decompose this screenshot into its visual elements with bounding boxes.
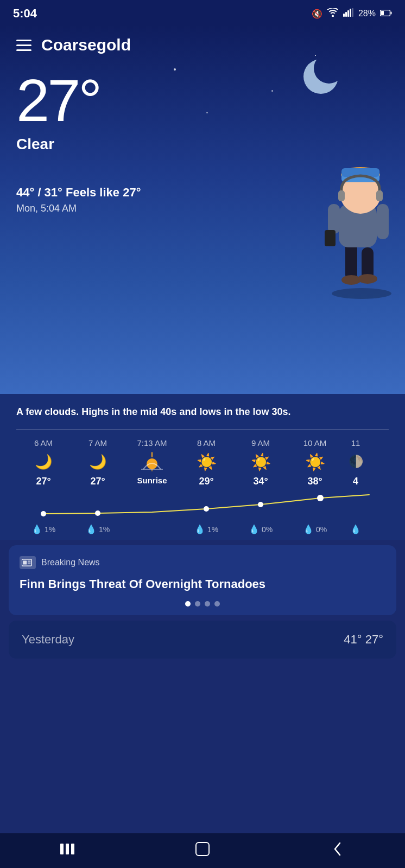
precip-7am: 💧 1% [71,524,125,534]
hour-icon-sunrise [141,452,163,471]
precip-sunrise [125,524,179,534]
hour-icon-7am: 🌙 [89,452,106,471]
hour-label-10am: 10 AM [303,438,327,448]
hour-temp-10am: 38° [307,476,322,487]
back-button[interactable] [324,841,351,857]
weather-description: A few clouds. Highs in the mid 40s and l… [16,405,389,430]
hour-icon-6am: 🌙 [35,452,52,471]
svg-rect-3 [350,9,351,17]
hour-item-6am: 6 AM 🌙 27° [16,438,71,487]
breaking-news-card[interactable]: Breaking News Finn Brings Threat Of Over… [9,545,396,615]
svg-rect-0 [343,14,345,17]
yesterday-label: Yesterday [22,633,74,647]
hour-temp-7am: 27° [90,476,105,487]
svg-point-33 [258,502,263,507]
yesterday-section: Yesterday 41° 27° [9,621,396,659]
svg-rect-42 [196,843,209,856]
hour-label-7am: 7 AM [88,438,107,448]
star-2 [271,90,273,92]
precip-8am: 💧 1% [179,524,233,534]
news-header: Breaking News [20,556,385,569]
svg-point-34 [317,495,324,501]
hour-temp-8am: 29° [199,476,213,487]
star-1 [174,68,176,71]
hour-label-sunrise: 7:13 AM [137,438,167,448]
hour-item-11: 11 🌓 4 [342,438,369,487]
status-time: 5:04 [13,7,37,21]
svg-point-10 [303,59,338,94]
home-button[interactable] [189,841,216,857]
svg-rect-41 [71,844,74,854]
svg-rect-36 [23,560,27,564]
carousel-dots [20,601,385,607]
hour-label-8am: 8 AM [197,438,216,448]
hour-temp-11: 4 [353,476,358,487]
svg-rect-17 [328,204,340,234]
svg-point-31 [95,510,100,516]
hour-item-8am: 8 AM ☀️ 29° [179,438,233,487]
signal-icon [343,8,354,19]
dot-1[interactable] [185,601,191,607]
hour-icon-11: 🌓 [349,452,363,471]
precip-10am: 💧 0% [288,524,342,534]
dot-4[interactable] [214,601,220,607]
trend-container [16,489,396,522]
hour-label-9am: 9 AM [251,438,270,448]
hour-item-10am: 10 AM ☀️ 38° [288,438,342,487]
svg-rect-2 [347,10,349,17]
yesterday-low: 27° [365,633,383,646]
news-icon [20,556,36,569]
precip-row: 💧 1% 💧 1% 💧 1% 💧 0% 💧 0% 💧 [16,524,389,534]
yesterday-high: 41° [344,633,362,646]
hour-item-9am: 9 AM ☀️ 34° [233,438,288,487]
svg-rect-40 [66,844,69,854]
hour-item-7am: 7 AM 🌙 27° [71,438,125,487]
svg-rect-18 [325,230,336,246]
svg-rect-12 [345,242,357,280]
hour-temp-6am: 27° [36,476,50,487]
hour-item-sunrise: 7:13 AM Sunrise [125,438,179,487]
person-illustration [291,133,400,296]
hour-label-11: 11 [351,438,360,448]
precip-9am: 💧 0% [233,524,288,534]
svg-point-15 [358,274,377,284]
hour-icon-8am: ☀️ [197,452,217,471]
svg-rect-39 [60,844,64,854]
svg-rect-6 [381,11,384,15]
hourly-scroll[interactable]: 6 AM 🌙 27° 7 AM 🌙 27° 7:13 AM Sunrise [16,430,389,487]
hour-icon-9am: ☀️ [251,452,271,471]
svg-rect-4 [352,8,353,17]
moon-illustration [302,58,340,95]
svg-point-30 [41,511,46,516]
svg-point-11 [332,288,391,299]
wifi-icon [327,8,339,19]
hour-label-6am: 6 AM [34,438,53,448]
mute-icon: 🔇 [312,9,322,19]
dot-2[interactable] [195,601,200,607]
yesterday-temps: 41° 27° [344,633,383,647]
nav-bar [0,833,405,868]
svg-rect-24 [338,190,345,201]
svg-rect-19 [377,204,389,239]
menu-button[interactable] [16,40,31,51]
svg-rect-25 [376,190,383,201]
hour-temp-sunrise: Sunrise [137,476,167,485]
star-4 [206,112,208,113]
svg-rect-7 [391,12,392,15]
status-bar: 5:04 🔇 28% [0,0,405,25]
weather-main: Coarsegold [0,25,405,394]
svg-rect-1 [345,12,347,17]
precip-11: 💧 [342,524,369,534]
battery-level: 28% [358,9,376,18]
svg-point-32 [204,506,209,512]
hour-icon-10am: ☀️ [305,452,325,471]
status-icons: 🔇 28% [312,8,392,19]
recent-apps-button[interactable] [54,843,81,855]
battery-icon [380,9,392,18]
dot-3[interactable] [205,601,210,607]
hour-temp-9am: 34° [253,476,268,487]
header-row: Coarsegold [16,25,389,60]
svg-rect-27 [151,452,153,457]
news-label: Breaking News [41,558,100,567]
forecast-section: A few clouds. Highs in the mid 40s and l… [0,394,405,540]
